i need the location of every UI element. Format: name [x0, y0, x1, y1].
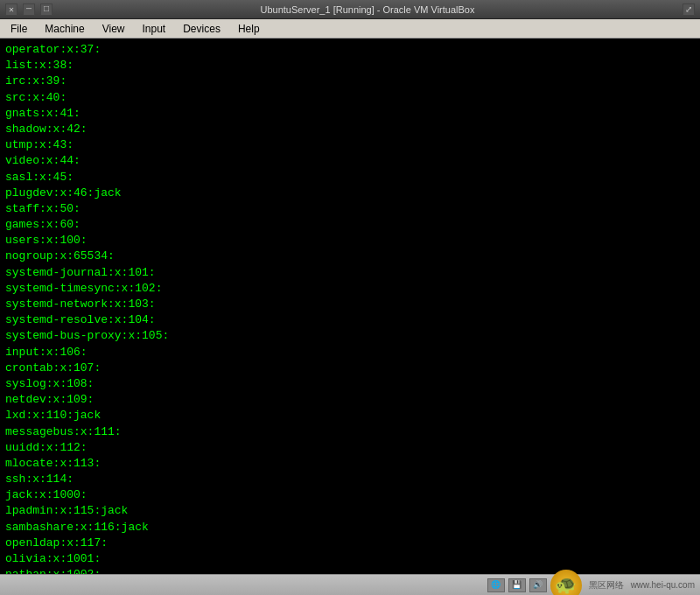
titlebar-controls: ✕ ─ □ — [5, 4, 52, 16]
network-icon: 🌐 — [487, 578, 505, 592]
menu-item-view[interactable]: View — [95, 21, 132, 37]
titlebar: ✕ ─ □ UbuntuServer_1 [Running] - Oracle … — [0, 0, 700, 19]
statusbar: 🌐 💾 🔊 🐢 黑区网络 www.hei-qu.com — [0, 574, 700, 595]
minimize-button[interactable]: ─ — [23, 4, 35, 16]
virtualbox-logo: 🐢 — [550, 570, 582, 596]
menu-item-input[interactable]: Input — [136, 21, 173, 37]
resize-button[interactable]: ⤢ — [682, 4, 695, 16]
menu-item-machine[interactable]: Machine — [38, 21, 91, 37]
terminal-screen[interactable]: operator:x:37: list:x:38: irc:x:39: src:… — [0, 38, 700, 574]
audio-icon: 🔊 — [529, 578, 547, 592]
terminal-content: operator:x:37: list:x:38: irc:x:39: src:… — [5, 42, 695, 574]
watermark-text: 黑区网络 — [589, 579, 624, 592]
storage-icon: 💾 — [508, 578, 526, 592]
watermark-url: www.hei-qu.com — [631, 580, 695, 590]
menu-item-devices[interactable]: Devices — [176, 21, 228, 37]
close-button[interactable]: ✕ — [5, 4, 18, 16]
window-title: UbuntuServer_1 [Running] - Oracle VM Vir… — [52, 4, 682, 15]
menubar: FileMachineViewInputDevicesHelp — [0, 19, 700, 38]
menu-item-help[interactable]: Help — [231, 21, 267, 37]
menu-item-file[interactable]: File — [4, 21, 34, 37]
maximize-button[interactable]: □ — [40, 4, 52, 16]
